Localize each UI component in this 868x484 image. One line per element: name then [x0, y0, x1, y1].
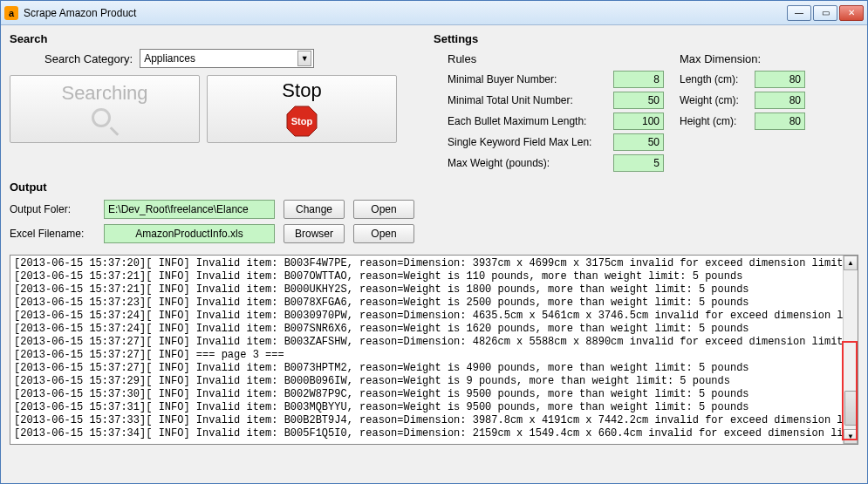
- log-panel: [2013-06-15 15:37:20][ INFO] Invalid ite…: [10, 255, 858, 445]
- rule-label: Minimal Total Unit Number:: [448, 94, 608, 106]
- maximize-button[interactable]: ▭: [813, 5, 837, 21]
- height-input[interactable]: [755, 112, 805, 130]
- bullet-max-input[interactable]: [613, 112, 664, 130]
- min-buyer-input[interactable]: [613, 71, 664, 88]
- dim-label: Length (cm):: [680, 73, 749, 85]
- search-category-label: Search Category:: [44, 52, 133, 65]
- stop-icon: Stop: [284, 104, 319, 139]
- titlebar[interactable]: a Scrape Amazon Product — ▭ ✕: [1, 1, 867, 25]
- minimize-button[interactable]: —: [787, 5, 811, 21]
- search-category-combo[interactable]: Appliances ▼: [140, 49, 314, 68]
- excel-filename-field[interactable]: AmazonProductInfo.xls: [104, 224, 275, 243]
- close-button[interactable]: ✕: [839, 5, 864, 21]
- search-group: Search Search Category: Appliances ▼ Sea…: [10, 32, 425, 174]
- browser-button[interactable]: Browser: [284, 224, 345, 243]
- output-folder-label: Output Foler:: [10, 203, 95, 215]
- rule-label: Max Weight (pounds):: [448, 157, 608, 169]
- max-weight-input[interactable]: [613, 154, 664, 172]
- change-button[interactable]: Change: [284, 200, 345, 219]
- keyword-max-input[interactable]: [613, 133, 664, 151]
- settings-group: Settings Rules Minimal Buyer Number: Min…: [434, 32, 858, 174]
- svg-text:Stop: Stop: [291, 116, 313, 126]
- open-folder-button[interactable]: Open: [353, 200, 414, 219]
- close-icon: ✕: [848, 8, 855, 17]
- width-input[interactable]: [755, 92, 805, 109]
- stop-button[interactable]: Stop Stop: [207, 75, 397, 143]
- rules-title: Rules: [448, 52, 664, 65]
- min-total-input[interactable]: [613, 92, 664, 109]
- excel-filename-label: Excel Filename:: [10, 228, 95, 240]
- searching-button: Searching: [10, 75, 200, 143]
- searching-label: Searching: [61, 82, 147, 105]
- rule-label: Each Bullet Maximum Length:: [448, 115, 608, 127]
- rule-label: Single Keyword Field Max Len:: [448, 136, 608, 148]
- dim-label: Height (cm):: [680, 115, 749, 127]
- dim-title: Max Dimension:: [680, 52, 805, 65]
- app-icon: a: [4, 6, 18, 20]
- scroll-up-icon[interactable]: ▲: [844, 256, 858, 270]
- output-folder-field[interactable]: E:\Dev_Root\freelance\Elance: [104, 200, 275, 219]
- search-title: Search: [10, 32, 425, 45]
- chevron-down-icon: ▼: [297, 51, 311, 66]
- rule-label: Minimal Buyer Number:: [448, 73, 608, 85]
- app-window: a Scrape Amazon Product — ▭ ✕ Search Sea…: [0, 0, 868, 484]
- output-group: Output Output Foler: E:\Dev_Root\freelan…: [10, 181, 858, 246]
- highlight-box: [842, 341, 858, 440]
- settings-title: Settings: [434, 32, 858, 45]
- output-title: Output: [10, 181, 858, 194]
- open-file-button[interactable]: Open: [353, 224, 414, 243]
- dim-label: Weight (cm):: [680, 94, 749, 106]
- search-category-value: Appliances: [144, 52, 195, 65]
- log-textarea[interactable]: [2013-06-15 15:37:20][ INFO] Invalid ite…: [10, 256, 843, 444]
- magnifier-icon: [90, 106, 120, 136]
- maximize-icon: ▭: [822, 8, 830, 17]
- window-title: Scrape Amazon Product: [24, 7, 787, 19]
- minimize-icon: —: [795, 8, 803, 17]
- length-input[interactable]: [755, 71, 805, 88]
- stop-label: Stop: [282, 79, 321, 102]
